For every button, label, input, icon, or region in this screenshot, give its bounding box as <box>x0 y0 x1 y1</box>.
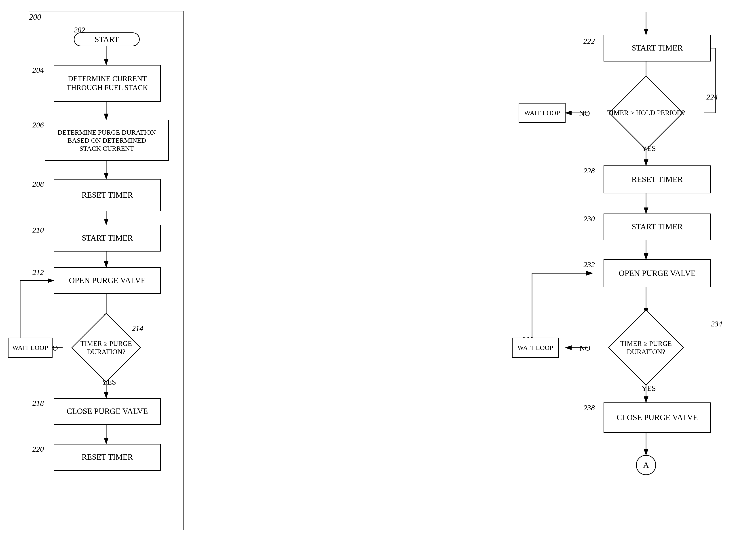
node-226: WAIT LOOP <box>519 103 566 123</box>
label-220: 220 <box>32 445 44 453</box>
yes-label-234: YES <box>642 384 656 393</box>
no-label-224: NO <box>579 109 590 118</box>
diamond-234: TIMER ≥ PURGEDURATION? <box>590 314 702 381</box>
node-210: START TIMER <box>54 225 161 252</box>
node-218: CLOSE PURGE VALVE <box>54 398 161 425</box>
label-228: 228 <box>583 167 595 175</box>
no-label-234: NO <box>579 344 590 352</box>
node-204: DETERMINE CURRENTTHROUGH FUEL STACK <box>54 65 161 102</box>
label-206: 206 <box>32 121 44 129</box>
node-212: OPEN PURGE VALVE <box>54 267 161 294</box>
yes-label-214: YES <box>102 378 116 386</box>
node-222: START TIMER <box>604 35 711 61</box>
start-node: START <box>74 32 140 46</box>
label-232: 232 <box>583 260 595 269</box>
node-220: RESET TIMER <box>54 444 161 471</box>
node-208: RESET TIMER <box>54 179 161 211</box>
node-228: RESET TIMER <box>604 165 711 193</box>
flowchart-diagram: 200 202 START 204 DETERMINE CURRENTTHROU… <box>0 0 756 548</box>
yes-label-224: YES <box>642 144 656 153</box>
node-230: START TIMER <box>604 214 711 240</box>
diamond-214: TIMER ≥ PURGEDURATION? <box>63 320 150 376</box>
node-216: WAIT LOOP <box>8 338 53 358</box>
label-210: 210 <box>32 226 44 234</box>
label-218: 218 <box>32 399 44 408</box>
label-224: 224 <box>706 93 718 101</box>
node-236: WAIT LOOP <box>512 338 559 358</box>
fig-label: 200 <box>29 12 41 22</box>
label-204: 204 <box>32 66 44 74</box>
label-238: 238 <box>583 404 595 412</box>
label-222: 222 <box>583 37 595 45</box>
diamond-224: TIMER ≥ HOLD PERIOD? <box>590 85 702 141</box>
node-232: OPEN PURGE VALVE <box>604 259 711 287</box>
node-206: DETERMINE PURGE DURATIONBASED ON DETERMI… <box>45 120 169 161</box>
label-234: 234 <box>711 320 722 328</box>
terminal-a: A <box>636 455 656 475</box>
label-208: 208 <box>32 180 44 188</box>
node-238: CLOSE PURGE VALVE <box>604 402 711 433</box>
label-212: 212 <box>32 268 44 277</box>
label-230: 230 <box>583 215 595 223</box>
